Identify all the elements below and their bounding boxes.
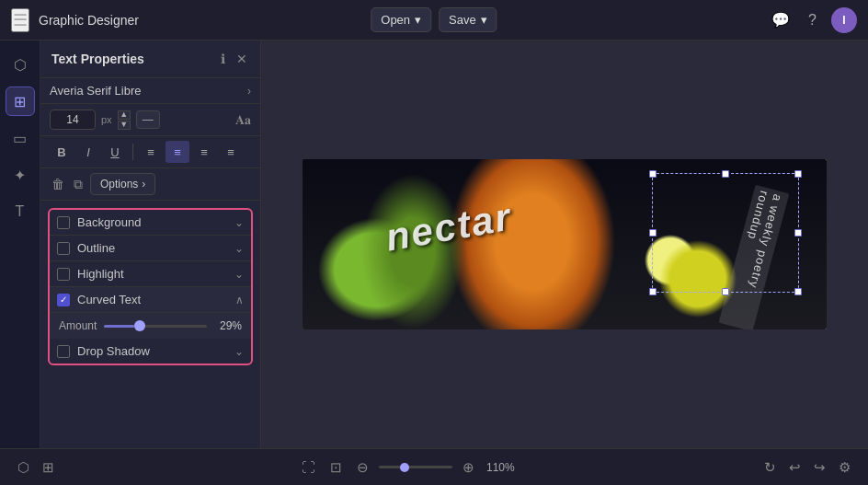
background-checkbox[interactable] [57, 216, 70, 229]
copy-icon-btn[interactable]: ⧉ [72, 175, 85, 194]
curved-text-label: Curved Text [77, 293, 235, 306]
align-justify-button[interactable]: ≡ [219, 141, 243, 163]
refresh-icon-btn[interactable]: ↻ [761, 456, 779, 479]
background-chevron-icon: ⌄ [234, 216, 244, 229]
drop-shadow-chevron-icon: ⌄ [234, 345, 244, 358]
effect-row-curved-text[interactable]: Curved Text ∧ [50, 287, 251, 313]
font-size-stepper: ▲ ▼ [118, 110, 131, 130]
sidebar-layers-icon[interactable]: ▭ [6, 123, 35, 153]
chat-icon[interactable]: 💬 [768, 7, 794, 32]
settings-icon-btn[interactable]: ⚙ [836, 456, 853, 479]
curved-text-checkbox[interactable] [57, 294, 70, 306]
font-chevron-icon: › [247, 85, 251, 98]
action-row: 🗑 ⧉ Options › [40, 168, 260, 201]
options-chevron-icon: › [142, 178, 145, 191]
main-area: ⬡ ⊞ ▭ ✦ T Text Properties ℹ ✕ Averia Ser… [0, 40, 868, 448]
grid-icon-btn[interactable]: ⊞ [40, 456, 57, 479]
info-icon-btn[interactable]: ℹ [219, 50, 227, 68]
sidebar-properties-icon[interactable]: ⊞ [6, 87, 35, 116]
icon-sidebar: ⬡ ⊞ ▭ ✦ T [0, 40, 40, 448]
effects-section: Background ⌄ Outline ⌄ Highlight ⌄ Curve… [48, 208, 253, 365]
bottom-left: ⬡ ⊞ [15, 456, 57, 479]
font-name-label: Averia Serif Libre [50, 84, 141, 98]
format-separator-1 [132, 144, 133, 160]
amount-slider[interactable] [104, 318, 207, 333]
amount-slider-fill [104, 325, 133, 328]
crop-button[interactable]: ⊡ [327, 456, 345, 479]
curved-text-section: Curved Text ∧ Amount 29% [50, 287, 251, 339]
drop-shadow-label: Drop Shadow [77, 344, 234, 358]
bottom-bar: ⬡ ⊞ ⛶ ⊡ ⊖ ⊕ 110% ↻ ↩ ↪ ⚙ [0, 448, 868, 485]
zoom-slider-thumb[interactable] [400, 463, 409, 472]
amount-slider-thumb[interactable] [134, 320, 145, 331]
panel-header-icons: ℹ ✕ [219, 50, 249, 68]
sidebar-text-icon[interactable]: T [6, 197, 35, 226]
font-aa-button[interactable]: 𝐀𝐚 [235, 112, 251, 128]
background-label: Background [77, 215, 234, 229]
panel-header: Text Properties ℹ ✕ [40, 40, 260, 78]
effect-row-drop-shadow[interactable]: Drop Shadow ⌄ [50, 339, 251, 364]
format-row: B I U ≡ ≡ ≡ ≡ [40, 136, 260, 168]
amount-value: 29% [214, 319, 242, 332]
zoom-slider-track[interactable] [379, 466, 452, 468]
align-center-button[interactable]: ≡ [166, 141, 189, 163]
topbar-center: Open ▾ Save ▾ [371, 7, 497, 32]
zoom-value: 110% [486, 461, 520, 474]
font-size-up-button[interactable]: ▲ [118, 110, 131, 120]
font-selector[interactable]: Averia Serif Libre › [40, 78, 260, 104]
effect-row-highlight[interactable]: Highlight ⌄ [50, 261, 251, 287]
sidebar-shapes-icon[interactable]: ⬡ [6, 50, 35, 79]
highlight-label: Highlight [77, 267, 234, 281]
highlight-checkbox[interactable] [57, 268, 70, 281]
menu-icon[interactable]: ☰ [11, 8, 29, 32]
canvas-image: nectar a weekly poetry roundup [303, 159, 827, 329]
zoom-in-button[interactable]: ⊕ [460, 456, 477, 479]
curved-text-chevron-icon: ∧ [235, 294, 244, 306]
underline-button[interactable]: U [103, 141, 127, 163]
help-icon[interactable]: ? [805, 8, 820, 32]
font-size-row: px ▲ ▼ — 𝐀𝐚 [40, 104, 260, 136]
save-chevron: ▾ [481, 13, 487, 27]
zoom-out-button[interactable]: ⊖ [354, 456, 371, 479]
font-unit-label: px [101, 114, 112, 125]
properties-panel: Text Properties ℹ ✕ Averia Serif Libre ›… [40, 40, 261, 448]
font-size-down-button[interactable]: ▼ [118, 121, 131, 130]
font-size-input[interactable] [50, 110, 96, 130]
topbar: ☰ Graphic Designer Open ▾ Save ▾ 💬 ? I [0, 0, 868, 40]
outline-label: Outline [77, 241, 234, 255]
delete-icon-btn[interactable]: 🗑 [50, 175, 66, 193]
align-right-button[interactable]: ≡ [192, 141, 216, 163]
bold-button[interactable]: B [50, 141, 74, 163]
options-button[interactable]: Options › [90, 173, 155, 195]
drop-shadow-checkbox[interactable] [57, 345, 70, 358]
bottom-right: ↻ ↩ ↪ ⚙ [761, 456, 853, 479]
panel-title: Text Properties [51, 52, 144, 66]
redo-button[interactable]: ↪ [811, 456, 828, 479]
amount-row: Amount 29% [50, 313, 251, 339]
undo-button[interactable]: ↩ [786, 456, 804, 479]
open-button[interactable]: Open ▾ [371, 7, 431, 32]
bottom-center: ⛶ ⊡ ⊖ ⊕ 110% [68, 456, 750, 479]
fit-screen-button[interactable]: ⛶ [299, 456, 318, 478]
app-title: Graphic Designer [39, 13, 139, 28]
align-left-button[interactable]: ≡ [139, 141, 163, 163]
amount-label: Amount [59, 319, 97, 332]
sidebar-elements-icon[interactable]: ✦ [6, 160, 35, 190]
outline-chevron-icon: ⌄ [234, 242, 244, 255]
effect-row-background[interactable]: Background ⌄ [50, 210, 251, 236]
canvas-content: nectar a weekly poetry roundup [303, 159, 827, 329]
topbar-right: 💬 ? I [768, 7, 857, 33]
highlight-chevron-icon: ⌄ [234, 268, 244, 281]
open-chevron: ▾ [415, 13, 421, 27]
save-button[interactable]: Save ▾ [439, 7, 497, 32]
effect-row-outline[interactable]: Outline ⌄ [50, 236, 251, 261]
font-dash-button[interactable]: — [136, 110, 160, 129]
zoom-controls: ⊖ ⊕ [354, 456, 477, 479]
avatar[interactable]: I [831, 7, 857, 33]
italic-button[interactable]: I [76, 141, 100, 163]
layers-icon-btn[interactable]: ⬡ [15, 456, 32, 479]
outline-checkbox[interactable] [57, 242, 70, 255]
close-panel-button[interactable]: ✕ [234, 50, 249, 68]
canvas-area[interactable]: nectar a weekly poetry roundup [261, 40, 868, 448]
amount-slider-track [104, 325, 207, 328]
